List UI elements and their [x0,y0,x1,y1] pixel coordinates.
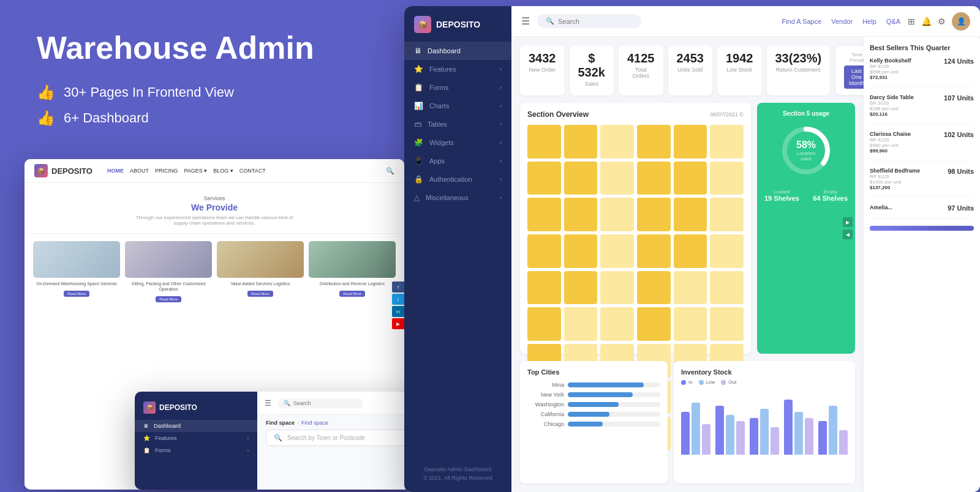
fp-nav-pricing[interactable]: PRICING [155,168,178,174]
inv-bar-out [839,430,848,455]
shelf-block [564,198,598,231]
fp-logo-icon: 📦 [34,164,48,177]
seller-units: 107 Units [944,94,974,117]
shelf-block [637,307,671,341]
sidebar-item-widgets[interactable]: 🧩 Widgets › [404,133,511,152]
breadcrumb-link2[interactable]: Find space [301,420,328,426]
fp-service-3: Value Added Services Logistics Read More [217,241,304,303]
s5-icon-btn-2[interactable]: ◀ [843,229,853,239]
gear-icon[interactable]: ⚙ [938,17,946,26]
city-name: New York [527,392,564,398]
fp-social-facebook[interactable]: f [392,281,404,293]
fp-nav-pages[interactable]: PAGES ▾ [184,168,207,174]
fp-nav-blog[interactable]: BLOG ▾ [213,168,233,174]
auth-icon: 🔒 [414,175,423,184]
seller-code: BR 8129 [870,137,911,143]
topbar-links: Find A Sapce Vendor Help Q&A [782,18,900,25]
seller-bar-container [870,226,974,231]
shelf-block [710,307,744,341]
shelf-block [674,307,707,341]
bell-icon[interactable]: 🔔 [921,17,932,26]
misc-icon: △ [414,193,420,202]
shelf-block [710,198,744,231]
topbar-find-sapce[interactable]: Find A Sapce [782,18,821,25]
fp-social-twitter[interactable]: t [392,294,404,305]
sidebar-item-misc[interactable]: △ Miscellaneous › [404,188,511,207]
shelf-block [600,307,634,341]
city-bar-row: Chicago [527,421,660,427]
sidebar-item-auth[interactable]: 🔒 Authentication › [404,170,511,188]
auth-arrow: › [500,176,502,182]
fp-nav-contact[interactable]: CONTACT [239,168,266,174]
dashboard-card: 📦 DEPOSITO 🖥 Dashboard ⭐ Features › 📋 Fo… [404,6,980,492]
search-box[interactable]: 🔍 [537,14,641,28]
fp-nav-about[interactable]: ABOUT [130,168,149,174]
fp-social-youtube[interactable]: ▶ [392,318,404,329]
search-input[interactable] [558,18,631,25]
section-overview-header: Section Overview 06/07/2021 © [527,110,744,119]
city-bars: Mina New York Washington California Chic… [527,382,660,427]
frontend-nav: 📦 DEPOSITO HOME ABOUT PRICING PAGES ▾ BL… [24,159,404,183]
city-name: California [527,411,564,417]
apps-arrow: › [500,158,502,164]
hamburger-menu2[interactable]: ☰ [265,399,271,408]
admin-topbar: ☰ 🔍 Find A Sapce Vendor Help Q&A ⊞ 🔔 ⚙ 👤 [511,6,980,37]
hamburger-menu[interactable]: ☰ [521,15,530,27]
dashboard-icon: 🖥 [414,47,421,55]
sidebar-item-charts[interactable]: 📊 Charts › [404,97,511,115]
sidebar-item-features[interactable]: ⭐ Features › [404,60,511,78]
shelf-block [564,307,598,341]
seller-units-value: 97 Units [948,204,974,212]
seller-units: 102 Units [944,131,974,154]
sidebar2-nav-features[interactable]: ⭐ Features › [135,432,257,444]
seller-code: BR 3039 [870,100,914,106]
shelves-empty: Empty 64 Shelves [813,189,848,202]
sidebar-item-apps[interactable]: 📱 Apps › [404,152,511,170]
search-box2[interactable]: 🔍 [277,398,363,408]
shelf-block [674,198,707,231]
expand-icon[interactable]: ⊞ [908,17,915,26]
feature-item-2: 👍 6+ Dashboard [37,110,368,127]
inv-dot-in [681,380,686,385]
charts-icon: 📊 [414,102,423,110]
fp-search-icon[interactable]: 🔍 [386,167,394,175]
seller-code: BR 8129 [870,174,920,179]
fp-social-linkedin[interactable]: in [392,306,404,317]
shelves-row: Loaded 19 Shelves Empty 64 Shelves [764,189,848,202]
admin-sidebar: 📦 DEPOSITO 🖥 Dashboard ⭐ Features › 📋 Fo… [404,6,511,492]
topbar-vendor[interactable]: Vendor [831,18,853,25]
topbar-search-icon: 🔍 [546,17,554,25]
bottom-row: Top Cities Mina New York Washington Cali… [520,361,855,483]
topbar-qa[interactable]: Q&A [886,18,900,25]
inv-bar-in [715,406,724,455]
fp-nav-home[interactable]: HOME [107,168,124,174]
search-input2[interactable] [293,400,355,406]
shelf-block [600,198,634,231]
shelf-block [637,271,671,305]
inv-legend: In Low Out [681,379,848,385]
seller-code: BR 8129 [870,64,911,69]
sidebar2-nav-forms[interactable]: 📋 Forms › [135,444,257,457]
middle-row: Section Overview 06/07/2021 © Free Place [520,103,855,354]
sidebar2-features-arrow: › [247,436,249,441]
forms-icon: 📋 [414,83,423,92]
stat-total-orders: 4125 Total Orders [619,45,663,95]
seller-units: 97 Units [948,204,974,212]
fp-service-4: Distribution and Reverse Logistics Read … [309,241,396,303]
city-bar-row: Mina [527,382,660,388]
s5-icon-btn-1[interactable]: ▶ [843,217,853,227]
sidebar-item-tables[interactable]: 🗃 Tables › [404,115,511,133]
stat-new-order: 3432 New Order [520,45,565,95]
shelf-block [674,271,707,305]
stat-time-period: Time Period Last One Month [835,45,864,95]
seller-units-value: 124 Units [944,58,974,65]
sidebar-item-dashboard[interactable]: 🖥 Dashboard [404,42,511,60]
section5-card: Section 5 usage 58% Location used [757,103,855,354]
topbar-help[interactable]: Help [862,18,876,25]
sidebar2-nav-dashboard[interactable]: 🖥 Dashboard [135,420,257,432]
search-icon2: 🔍 [284,400,290,406]
time-period-btn[interactable]: Last One Month [844,65,864,89]
sidebar-item-forms[interactable]: 📋 Forms › [404,78,511,97]
seller-name: Kelly Bookshelf [870,58,911,64]
seller-price: $980 per unit [870,143,911,148]
